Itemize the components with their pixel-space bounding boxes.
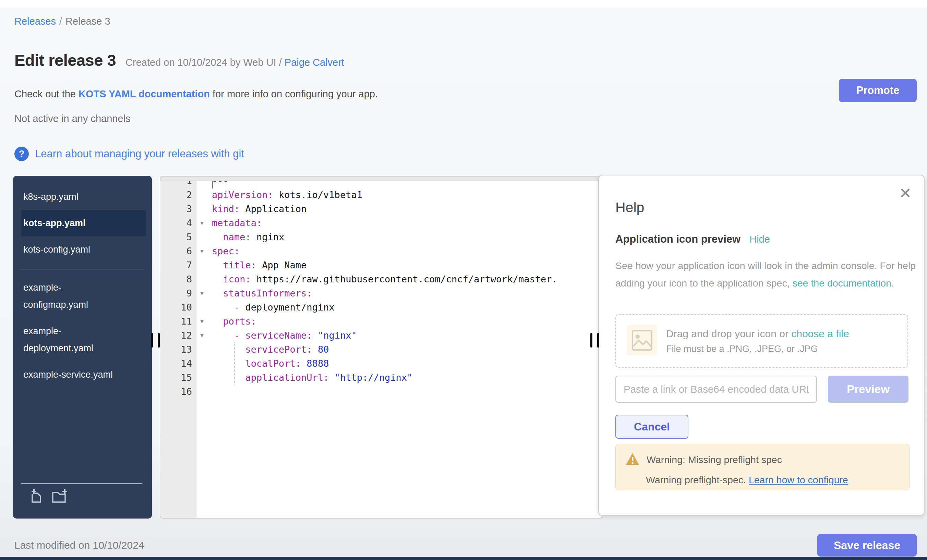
close-icon[interactable]: ✕ bbox=[899, 186, 912, 201]
learn-configure-link[interactable]: Learn how to configure bbox=[749, 474, 848, 485]
add-file-icon[interactable] bbox=[28, 489, 44, 505]
promote-button[interactable]: Promote bbox=[839, 79, 917, 102]
question-icon: ? bbox=[14, 147, 29, 161]
file-item[interactable]: example-service.yaml bbox=[13, 366, 152, 383]
fold-arrow-icon[interactable]: ▾ bbox=[196, 328, 208, 342]
icon-dropzone[interactable]: Drag and drop your icon or choose a file… bbox=[615, 314, 908, 368]
code-line[interactable]: 7 title: App Name bbox=[160, 258, 602, 272]
line-number: 5 bbox=[160, 230, 192, 244]
yaml-code-editor[interactable]: 1---2apiVersion: kots.io/v1beta13kind: A… bbox=[160, 176, 603, 519]
bottom-navy-strip bbox=[0, 557, 927, 560]
help-resize-handle-bar[interactable] bbox=[597, 333, 599, 348]
fold-arrow-icon[interactable]: ▾ bbox=[196, 314, 208, 328]
sidebar-resize-handle-bar[interactable] bbox=[151, 333, 153, 348]
release-created-meta: Created on 10/10/2024 by Web UI / Paige … bbox=[126, 57, 344, 68]
code-line[interactable]: 2apiVersion: kots.io/v1beta1 bbox=[160, 188, 602, 202]
add-folder-icon[interactable] bbox=[52, 489, 69, 505]
file-item[interactable]: example-configmap.yaml bbox=[13, 279, 152, 313]
line-number: 12 bbox=[160, 328, 192, 342]
breadcrumb-current: Release 3 bbox=[65, 16, 110, 27]
line-number: 2 bbox=[160, 188, 192, 202]
code-line[interactable]: 5 name: nginx bbox=[160, 230, 602, 244]
sidebar-resize-handle-bar[interactable] bbox=[158, 333, 160, 348]
fold-arrow-icon[interactable]: ▾ bbox=[196, 216, 208, 230]
git-releases-link[interactable]: Learn about managing your releases with … bbox=[35, 148, 244, 160]
code-line[interactable]: 12▾ - serviceName: "nginx" bbox=[160, 328, 602, 342]
icon-preview-section-header: Application icon preview Hide bbox=[615, 233, 770, 245]
file-item[interactable]: kots-config.yaml bbox=[13, 237, 152, 263]
kots-yaml-docs-link[interactable]: KOTS YAML documentation bbox=[79, 88, 210, 99]
line-number: 15 bbox=[160, 370, 192, 384]
line-number: 16 bbox=[160, 384, 192, 399]
code-line[interactable]: 13 servicePort: 80 bbox=[160, 342, 602, 357]
breadcrumb: Releases/Release 3 bbox=[14, 16, 110, 27]
last-modified-text: Last modified on 10/10/2024 bbox=[14, 539, 144, 551]
editor-top-scroll-strip bbox=[160, 176, 602, 181]
code-line[interactable]: 11▾ ports: bbox=[160, 314, 602, 328]
title-row: Edit release 3 Created on 10/10/2024 by … bbox=[14, 51, 344, 70]
docs-hint-line: Check out the KOTS YAML documentation fo… bbox=[14, 88, 378, 100]
code-line[interactable]: 3kind: Application bbox=[160, 202, 602, 216]
line-number: 9 bbox=[160, 286, 192, 300]
page-title: Edit release 3 bbox=[14, 51, 116, 70]
dropzone-hint: File must be a .PNG, .JPEG, or .JPG bbox=[666, 344, 849, 354]
channel-status: Not active in any channels bbox=[14, 113, 131, 124]
line-number: 14 bbox=[160, 357, 192, 370]
file-item[interactable]: k8s-app.yaml bbox=[13, 184, 152, 210]
help-resize-handle-bar[interactable] bbox=[590, 333, 593, 348]
line-number: 8 bbox=[160, 272, 192, 286]
preview-button[interactable]: Preview bbox=[828, 376, 909, 403]
file-group-top: k8s-app.yamlkots-app.yamlkots-config.yam… bbox=[13, 184, 152, 263]
warning-triangle-icon bbox=[625, 452, 640, 467]
line-number: 11 bbox=[160, 314, 192, 328]
sidebar-bottom-divider bbox=[21, 483, 142, 484]
line-number: 13 bbox=[160, 342, 192, 357]
dropzone-text: Drag and drop your icon or choose a file… bbox=[666, 328, 849, 354]
line-number: 3 bbox=[160, 202, 192, 216]
code-line[interactable]: 6▾spec: bbox=[160, 244, 602, 258]
file-group-bottom: example-configmap.yamlexample-deployment… bbox=[13, 279, 152, 392]
see-documentation-link[interactable]: see the documentation bbox=[793, 278, 891, 288]
help-panel: ✕ Help Application icon preview Hide See… bbox=[598, 175, 925, 516]
code-line[interactable]: 4▾metadata: bbox=[160, 216, 602, 230]
preflight-warning: Warning: Missing preflight spec Warning … bbox=[615, 444, 910, 490]
file-item[interactable]: kots-app.yaml bbox=[21, 210, 146, 237]
cancel-button[interactable]: Cancel bbox=[615, 415, 688, 439]
file-sidebar: k8s-app.yamlkots-app.yamlkots-config.yam… bbox=[13, 176, 152, 519]
code-line[interactable]: 10 - deployment/nginx bbox=[160, 300, 602, 314]
code-line[interactable]: 16 bbox=[160, 384, 602, 399]
sidebar-actions bbox=[28, 489, 69, 505]
top-white-strip bbox=[0, 0, 927, 8]
git-help-row: ? Learn about managing your releases wit… bbox=[14, 147, 244, 161]
icon-link-input[interactable] bbox=[615, 376, 817, 403]
sidebar-divider bbox=[21, 269, 145, 269]
fold-arrow-icon[interactable]: ▾ bbox=[196, 244, 208, 258]
line-number: 4 bbox=[160, 216, 192, 230]
section-title: Application icon preview bbox=[615, 233, 740, 245]
breadcrumb-releases-link[interactable]: Releases bbox=[14, 16, 56, 27]
help-panel-title: Help bbox=[615, 199, 644, 216]
code-lines[interactable]: 1---2apiVersion: kots.io/v1beta13kind: A… bbox=[160, 176, 602, 399]
fold-arrow-icon[interactable]: ▾ bbox=[196, 286, 208, 300]
code-line[interactable]: 8 icon: https://raw.githubusercontent.co… bbox=[160, 272, 602, 286]
image-placeholder-icon bbox=[627, 325, 657, 357]
icon-preview-description: See how your application icon will look … bbox=[615, 257, 917, 292]
release-editor-page: Releases/Release 3 Edit release 3 Create… bbox=[0, 0, 927, 560]
line-number: 6 bbox=[160, 244, 192, 258]
choose-file-link[interactable]: choose a file bbox=[791, 328, 849, 339]
warning-detail: Warning preflight-spec. Learn how to con… bbox=[625, 474, 900, 486]
hide-link[interactable]: Hide bbox=[749, 234, 770, 245]
line-number: 10 bbox=[160, 300, 192, 314]
indent-guide bbox=[234, 342, 235, 384]
breadcrumb-separator: / bbox=[59, 16, 62, 27]
file-item[interactable]: example-deployment.yaml bbox=[13, 322, 152, 357]
save-release-button[interactable]: Save release bbox=[817, 534, 917, 557]
code-line[interactable]: 15 applicationUrl: "http://nginx" bbox=[160, 370, 602, 384]
line-number: 7 bbox=[160, 258, 192, 272]
code-line[interactable]: 9▾ statusInformers: bbox=[160, 286, 602, 300]
text-cursor bbox=[212, 181, 213, 188]
warning-title: Warning: Missing preflight spec bbox=[647, 454, 782, 465]
author-link[interactable]: Paige Calvert bbox=[284, 57, 344, 68]
code-line[interactable]: 14 localPort: 8888 bbox=[160, 357, 602, 370]
